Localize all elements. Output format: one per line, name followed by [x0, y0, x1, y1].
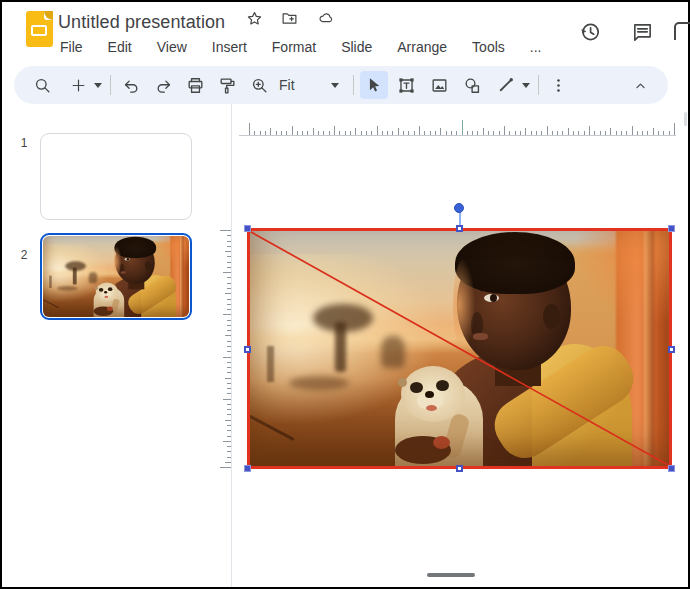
- horizontal-scrollbar-thumb[interactable]: [427, 573, 475, 577]
- insert-shape-button[interactable]: [459, 71, 487, 99]
- print-button[interactable]: [181, 71, 209, 99]
- horizontal-ruler: [239, 135, 676, 136]
- resize-handle-ne[interactable]: [668, 225, 675, 232]
- slide-1-thumbnail[interactable]: [40, 133, 192, 220]
- insert-image-button[interactable]: [426, 71, 454, 99]
- cloud-status-icon[interactable]: [316, 10, 336, 27]
- move-folder-icon[interactable]: [280, 10, 299, 27]
- zoom-select[interactable]: Fit: [273, 71, 347, 99]
- zoom-in-icon[interactable]: [245, 71, 273, 99]
- google-slides-window: Untitled presentation File Edit View Ins…: [0, 0, 690, 589]
- resize-handle-n[interactable]: [456, 225, 463, 232]
- resize-handle-sw[interactable]: [244, 465, 251, 472]
- document-title[interactable]: Untitled presentation: [58, 12, 225, 32]
- resize-handle-e[interactable]: [668, 346, 675, 353]
- menubar: File Edit View Insert Format Slide Arran…: [58, 38, 543, 56]
- resize-handle-w[interactable]: [244, 346, 251, 353]
- toolbar: Fit: [14, 66, 668, 104]
- redo-button[interactable]: [149, 71, 177, 99]
- insert-line-button[interactable]: [492, 71, 520, 99]
- menu-format[interactable]: Format: [270, 38, 318, 56]
- paint-format-button[interactable]: [213, 71, 241, 99]
- collapse-toolbar-icon[interactable]: [626, 71, 654, 99]
- new-slide-caret-icon[interactable]: [94, 83, 102, 88]
- vertical-scrollbar[interactable]: [684, 112, 687, 126]
- filmstrip-divider: [231, 104, 232, 587]
- savanna-photo[interactable]: [249, 230, 670, 467]
- rotation-handle[interactable]: [454, 203, 464, 213]
- menu-insert[interactable]: Insert: [210, 38, 249, 56]
- clipped-right-icon[interactable]: [674, 22, 690, 40]
- toolbar-separator: [538, 75, 539, 95]
- select-tool-button[interactable]: [360, 71, 388, 99]
- workspace: 1 2: [2, 104, 688, 587]
- menu-tools[interactable]: Tools: [470, 38, 507, 56]
- zoom-caret-icon: [331, 83, 339, 88]
- menu-edit[interactable]: Edit: [106, 38, 134, 56]
- resize-handle-nw[interactable]: [244, 225, 251, 232]
- more-options-icon[interactable]: [545, 71, 573, 99]
- menu-slide[interactable]: Slide: [339, 38, 374, 56]
- menu-arrange[interactable]: Arrange: [395, 38, 449, 56]
- titlebar: Untitled presentation File Edit View Ins…: [2, 2, 688, 64]
- zoom-value: Fit: [279, 77, 295, 93]
- resize-handle-se[interactable]: [668, 465, 675, 472]
- slide-2-number: 2: [14, 248, 34, 262]
- resize-handle-s[interactable]: [456, 465, 463, 472]
- menu-overflow[interactable]: ...: [528, 38, 544, 56]
- comments-icon[interactable]: [631, 21, 654, 48]
- line-caret-icon[interactable]: [522, 83, 530, 88]
- slides-logo-icon[interactable]: [26, 11, 53, 47]
- new-slide-button[interactable]: [64, 71, 92, 99]
- slide-1-number: 1: [14, 136, 34, 150]
- savanna-photo[interactable]: [43, 236, 189, 317]
- toolbar-separator: [110, 75, 111, 95]
- toolbar-separator: [353, 75, 354, 95]
- slide-2-thumbnail-image: [43, 236, 189, 317]
- version-history-icon[interactable]: [578, 20, 602, 48]
- text-box-button[interactable]: [393, 71, 421, 99]
- selected-image[interactable]: [249, 230, 670, 467]
- undo-button[interactable]: [117, 71, 145, 99]
- slide-2-thumbnail[interactable]: [40, 233, 192, 320]
- search-menus-icon[interactable]: [28, 71, 56, 99]
- star-icon[interactable]: [246, 10, 263, 27]
- menu-view[interactable]: View: [155, 38, 189, 56]
- menu-file[interactable]: File: [58, 38, 85, 56]
